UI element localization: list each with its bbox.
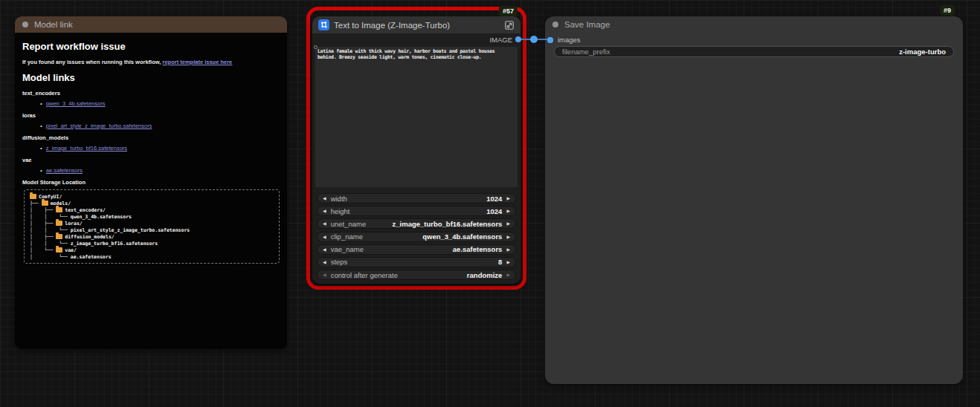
node-id-badge: #9 (940, 5, 955, 16)
subgraph-icon (318, 19, 329, 30)
vae-name-widget[interactable]: ◀ vae_name ae.safetensors ▶ (317, 244, 516, 255)
tree-line: │ ├── text_encoders/ (30, 207, 274, 214)
node-title: Text to Image (Z-Image-Turbo) (334, 21, 450, 30)
decrement-arrow-icon[interactable]: ◀ (323, 247, 326, 252)
image-output-label: IMAGE (489, 36, 512, 44)
tree-line: ├── models/ (30, 201, 274, 207)
control-after-generate-widget[interactable]: ◀ control after generate randomize ▶ (317, 270, 516, 280)
decrement-arrow-icon[interactable]: ◀ (323, 221, 326, 226)
decrement-arrow-icon[interactable]: ◀ (323, 209, 326, 213)
filename-prefix-widget[interactable]: filename_prefix z-image-turbo (554, 46, 954, 57)
tree-line: │ │ └── pixel_art_style_z_image_turbo.sa… (30, 227, 274, 234)
model-storage-tree: ComfyUI/ ├── models/ │ ├── text_encoders… (24, 189, 280, 264)
node-title: Save Image (564, 20, 610, 29)
collapse-dot[interactable] (552, 22, 558, 27)
increment-arrow-icon[interactable]: ▶ (506, 221, 510, 226)
tree-line: ComfyUI/ (30, 194, 274, 201)
markdown-body: Report workflow issue If you found any i… (15, 33, 287, 270)
save-image-node-header[interactable]: Save Image (545, 16, 963, 33)
folder-icon (56, 221, 62, 226)
list-item: qwen_3_4b.safetensors (40, 100, 280, 107)
section-label-text-encoders: text_encoders (22, 90, 280, 97)
section-label-loras: loras (22, 112, 280, 119)
increment-arrow-icon[interactable]: ▶ (506, 235, 510, 239)
text-to-image-node-header[interactable]: Text to Image (Z-Image-Turbo) (312, 16, 520, 33)
expand-node-icon[interactable] (504, 20, 515, 30)
list-item: pixel_art_style_z_image_turbo.safetensor… (40, 123, 280, 129)
text-to-image-node[interactable]: Text to Image (Z-Image-Turbo) IMAGE Lati… (312, 16, 520, 284)
decrement-arrow-icon[interactable]: ◀ (323, 273, 326, 277)
images-input-label: images (558, 36, 581, 44)
node-title: Model link (34, 20, 73, 29)
model-file-link[interactable]: z_image_turbo_bf16.safetensors (46, 145, 127, 152)
section-label-vae: vae (22, 157, 280, 163)
tree-line: │ ├── loras/ (30, 221, 274, 227)
tree-line: │ │ └── qwen_3_4b.safetensors (30, 214, 274, 221)
decrement-arrow-icon[interactable]: ◀ (323, 260, 326, 264)
model-link-node-header[interactable]: Model link (15, 16, 287, 33)
collapse-dot[interactable] (22, 22, 28, 27)
node-id-badge: #57 (499, 6, 518, 16)
increment-arrow-icon[interactable]: ▶ (506, 209, 510, 213)
tree-line: │ └── ae.safetensors (30, 254, 274, 261)
folder-icon (56, 234, 62, 239)
tree-line: │ ├── diffusion_models/ (30, 234, 274, 241)
prompt-input-socket[interactable] (314, 45, 317, 49)
model-links-heading: Model links (22, 72, 280, 83)
increment-arrow-icon[interactable]: ▶ (506, 260, 510, 264)
increment-arrow-icon[interactable]: ▶ (506, 196, 510, 201)
clip-name-widget[interactable]: ◀ clip_name qwen_3_4b.safetensors ▶ (317, 232, 516, 242)
folder-icon (56, 207, 62, 212)
list-item: ae.safetensors (40, 167, 280, 174)
model-file-link[interactable]: pixel_art_style_z_image_turbo.safetensor… (46, 123, 152, 129)
images-input-slot-dot[interactable] (547, 37, 553, 43)
increment-arrow-icon[interactable]: ▶ (506, 247, 510, 252)
unet-name-widget[interactable]: ◀ unet_name z_image_turbo_bf16.safetenso… (317, 218, 516, 229)
storage-location-heading: Model Storage Location (22, 179, 280, 186)
model-file-link[interactable]: qwen_3_4b.safetensors (46, 100, 106, 107)
model-file-link[interactable]: ae.safetensors (46, 167, 83, 174)
report-workflow-heading: Report workflow issue (22, 41, 280, 52)
model-link-node[interactable]: Model link Report workflow issue If you … (15, 16, 287, 349)
save-image-node[interactable]: Save Image images (545, 16, 963, 384)
link-midpoint-dot[interactable] (530, 36, 538, 43)
height-widget[interactable]: ◀ height 1024 ▶ (317, 206, 516, 216)
node-graph-canvas[interactable]: { "model_link_node": { "title": "Model l… (0, 0, 980, 407)
width-widget[interactable]: ◀ width 1024 ▶ (317, 193, 516, 204)
issue-paragraph: If you found any issues when running thi… (22, 59, 280, 65)
report-issue-link[interactable]: report template issue here (162, 59, 232, 65)
tree-line: │ └── vae/ (30, 247, 274, 254)
folder-icon (30, 194, 36, 199)
decrement-arrow-icon[interactable]: ◀ (323, 196, 326, 201)
tree-line: │ │ └── z_image_turbo_bf16.safetensors (30, 241, 274, 247)
folder-icon (42, 201, 48, 206)
increment-arrow-icon[interactable]: ▶ (506, 273, 510, 277)
section-label-diffusion-models: diffusion_models (22, 134, 280, 141)
widget-column: ◀ width 1024 ▶ ◀ height 1024 ▶ ◀ unet_na… (317, 193, 516, 282)
folder-icon (56, 247, 62, 253)
steps-widget[interactable]: ◀ steps 8 ▶ (317, 257, 516, 267)
issue-text: If you found any issues when running thi… (22, 59, 162, 65)
list-item: z_image_turbo_bf16.safetensors (40, 145, 280, 152)
decrement-arrow-icon[interactable]: ◀ (323, 235, 326, 239)
prompt-textarea[interactable]: Latina female with thick wavy hair, harb… (315, 47, 518, 187)
image-output-slot[interactable] (515, 36, 521, 42)
